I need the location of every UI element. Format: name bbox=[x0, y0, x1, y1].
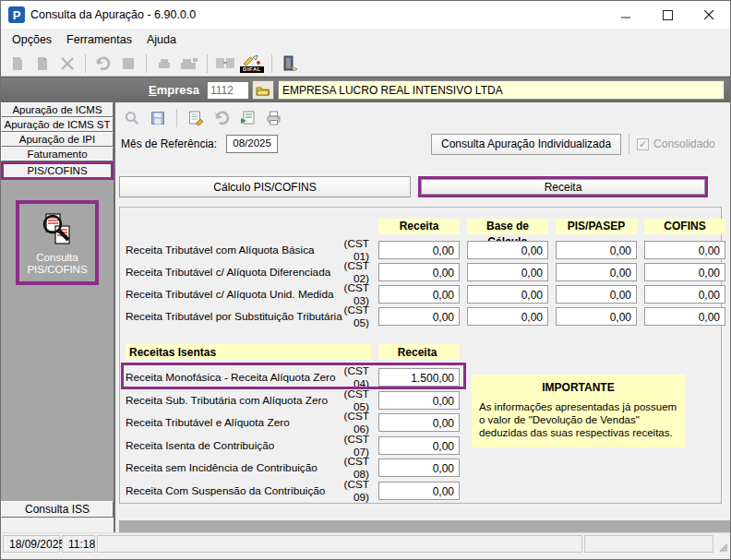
undo-icon[interactable] bbox=[210, 107, 233, 129]
toolbar-separator bbox=[85, 54, 86, 73]
save-icon[interactable] bbox=[117, 53, 139, 75]
cofins-field[interactable]: 0,00 bbox=[644, 285, 725, 304]
column-headers: Receita Base de Cálculo PIS/PASEP COFINS bbox=[126, 218, 715, 234]
row-cst: (CST 09) bbox=[327, 478, 371, 504]
menu-opcoes[interactable]: Opções bbox=[5, 30, 59, 49]
base-calculo-field[interactable]: 0,00 bbox=[467, 307, 548, 326]
print-icon[interactable] bbox=[153, 53, 175, 75]
isentas-row: Receita Tributável e Alíquota Zero (CST … bbox=[126, 410, 460, 433]
consolidado-checkbox[interactable]: ✓ Consolidado bbox=[637, 137, 715, 150]
window-title: Consulta da Apuração - 6.90.0.0 bbox=[30, 8, 196, 21]
row-label: Receita Tributável c/ Alíquota Unid. Med… bbox=[126, 288, 319, 301]
empresa-name-field[interactable]: EMPRESA LUCRO REAL INTENSIVO LTDA bbox=[278, 80, 725, 100]
sidebar-tab-apuracao-icms[interactable]: Apuração de ICMS bbox=[1, 102, 114, 117]
toolbar-separator bbox=[176, 109, 177, 127]
tab-receita[interactable]: Receita bbox=[421, 179, 705, 195]
transfer-icon[interactable] bbox=[214, 53, 236, 75]
sidebar-tab-apuracao-icms-st[interactable]: Apuração de ICMS ST bbox=[1, 117, 114, 132]
toolbar-separator bbox=[207, 54, 208, 73]
base-calculo-field[interactable]: 0,00 bbox=[467, 263, 548, 281]
minimize-button[interactable] bbox=[605, 1, 647, 29]
pis-pasep-field[interactable]: 0,00 bbox=[556, 285, 637, 304]
sidebar-panel: Consulta PIS/COFINS bbox=[1, 180, 114, 501]
isentas-row: Receita Sub. Tributária com Alíquota Zer… bbox=[126, 387, 460, 411]
export-icon[interactable] bbox=[236, 107, 258, 129]
row-label: Receita Tributável c/ Alíquota Diferenci… bbox=[126, 266, 319, 279]
sidebar-footer bbox=[1, 518, 114, 532]
bottom-strip bbox=[119, 520, 730, 532]
print-batch-icon[interactable] bbox=[178, 53, 200, 75]
table-row: Receita Tributável por Substituição Trib… bbox=[126, 304, 715, 326]
open-empresa-button[interactable] bbox=[252, 80, 274, 100]
cofins-field[interactable]: 0,00 bbox=[644, 307, 725, 326]
delete-icon[interactable] bbox=[56, 53, 78, 75]
menu-ferramentas[interactable]: Ferramentas bbox=[59, 30, 139, 49]
check-icon: ✓ bbox=[639, 138, 647, 149]
reference-row: Mês de Referência: 08/2025 Consulta Apur… bbox=[119, 133, 730, 155]
receita-field[interactable]: 0,00 bbox=[378, 391, 460, 410]
sidebar-tab-consulta-iss[interactable]: Consulta ISS bbox=[1, 501, 114, 518]
exit-icon[interactable] bbox=[279, 53, 301, 75]
importante-note: IMPORTANTE As informações apresentadas j… bbox=[472, 375, 685, 447]
title-bar: P Consulta da Apuração - 6.90.0.0 bbox=[1, 1, 730, 29]
consulta-individualizada-button[interactable]: Consulta Apuração Individualizada bbox=[431, 134, 621, 155]
new-icon[interactable] bbox=[6, 53, 29, 75]
receita-field[interactable]: 1.500,00 bbox=[378, 368, 460, 387]
magnifier-documents-icon bbox=[37, 209, 78, 250]
receita-field[interactable]: 0,00 bbox=[378, 459, 460, 477]
isentas-receita-header: Receita bbox=[378, 344, 460, 360]
sidebar-tab-pis-cofins[interactable]: PIS/COFINS bbox=[4, 164, 111, 177]
reference-month-input[interactable]: 08/2025 bbox=[226, 135, 278, 153]
status-date: 18/09/2025 bbox=[3, 535, 60, 553]
sidebar-tab-apuracao-ipi[interactable]: Apuração de IPI bbox=[1, 132, 114, 147]
print-icon[interactable] bbox=[262, 107, 284, 129]
tab-calculo-pis-cofins[interactable]: Cálculo PIS/COFINS bbox=[119, 176, 411, 197]
resize-grip[interactable] bbox=[715, 535, 728, 553]
table-row: Receita Tributável c/ Alíquota Unid. Med… bbox=[126, 281, 715, 304]
tab-row: Cálculo PIS/COFINS Receita bbox=[119, 176, 730, 197]
menu-ajuda[interactable]: Ajuda bbox=[139, 30, 184, 49]
receita-field[interactable]: 0,00 bbox=[378, 482, 460, 500]
edit-document-icon[interactable] bbox=[31, 53, 54, 75]
row-label: Receita Com Suspensão da Contribuição bbox=[126, 484, 319, 497]
pis-pasep-field[interactable]: 0,00 bbox=[556, 307, 637, 326]
receitas-isentas-header: Receitas Isentas bbox=[126, 344, 371, 360]
receita-field[interactable]: 0,00 bbox=[378, 436, 460, 455]
reference-label: Mês de Referência: bbox=[121, 137, 217, 150]
search-icon[interactable] bbox=[121, 107, 143, 129]
empresa-code-input[interactable]: 1112 bbox=[207, 81, 249, 100]
isentas-row: Receita Isenta de Contribuição (CST 07) … bbox=[126, 433, 460, 456]
receita-field[interactable]: 0,00 bbox=[378, 285, 460, 304]
undo-icon[interactable] bbox=[92, 53, 114, 75]
sidebar-tab-faturamento[interactable]: Faturamento bbox=[1, 147, 114, 161]
app-icon: P bbox=[8, 6, 25, 23]
close-button[interactable] bbox=[689, 1, 730, 29]
consulta-pis-cofins-button[interactable]: Consulta PIS/COFINS bbox=[16, 200, 99, 285]
base-calculo-field[interactable]: 0,00 bbox=[467, 285, 548, 304]
menu-bar: Opções Ferramentas Ajuda bbox=[1, 29, 730, 51]
column-header-pis-pasep: PIS/PASEP bbox=[556, 219, 637, 234]
difal-icon-label: DIFAL bbox=[240, 66, 264, 73]
cofins-field[interactable]: 0,00 bbox=[644, 263, 725, 281]
receita-field[interactable]: 0,00 bbox=[378, 413, 460, 432]
base-calculo-field[interactable]: 0,00 bbox=[467, 241, 548, 259]
receita-field[interactable]: 0,00 bbox=[378, 307, 460, 326]
separator bbox=[629, 134, 629, 154]
receita-field[interactable]: 0,00 bbox=[378, 241, 460, 259]
pis-pasep-field[interactable]: 0,00 bbox=[556, 241, 637, 259]
cofins-field[interactable]: 0,00 bbox=[644, 241, 725, 259]
view-form-icon[interactable] bbox=[185, 107, 207, 129]
main-toolbar: DIFAL bbox=[1, 51, 730, 77]
save-icon[interactable] bbox=[147, 107, 169, 129]
tab-receita-highlight: Receita bbox=[418, 176, 708, 197]
app-window: P Consulta da Apuração - 6.90.0.0 Opções… bbox=[0, 0, 731, 560]
pis-pasep-field[interactable]: 0,00 bbox=[556, 263, 637, 281]
isentas-row: Receita sem Incidência de Contribuição (… bbox=[126, 455, 460, 478]
status-time: 11:18 bbox=[62, 535, 95, 553]
maximize-button[interactable] bbox=[647, 1, 689, 29]
empresa-label: Empresa bbox=[149, 83, 199, 97]
receita-field[interactable]: 0,00 bbox=[378, 263, 460, 281]
checkbox-box[interactable]: ✓ bbox=[637, 138, 649, 150]
column-header-cofins: COFINS bbox=[644, 219, 725, 234]
difal-icon[interactable]: DIFAL bbox=[239, 54, 265, 73]
